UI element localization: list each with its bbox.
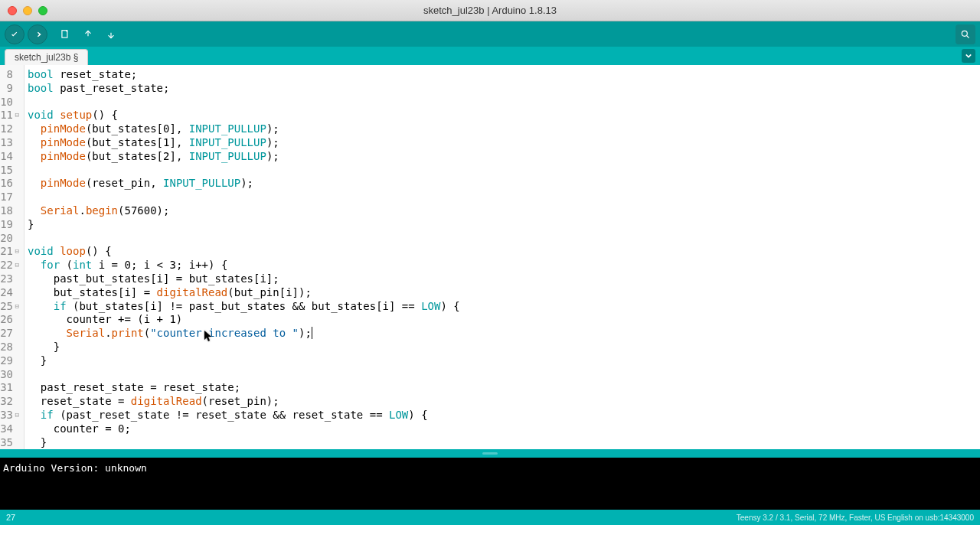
code-line[interactable]: past_reset_state = reset_state; [28,381,460,395]
line-number: 25⊟ [0,300,21,314]
line-number: 12 [0,122,21,136]
code-line[interactable]: } [28,354,460,368]
zoom-window-icon[interactable] [38,6,47,15]
status-board-info: Teensy 3.2 / 3.1, Serial, 72 MHz, Faster… [737,514,974,522]
save-sketch-button[interactable] [101,24,121,44]
code-line[interactable] [28,368,460,382]
line-number: 20 [0,232,21,246]
code-line[interactable] [28,164,460,178]
status-line-number: 27 [6,513,737,522]
line-number: 17 [0,191,21,204]
code-line[interactable]: past_but_states[i] = but_states[i]; [28,272,460,286]
verify-button[interactable] [5,24,24,44]
code-line[interactable]: void setup() { [28,109,460,122]
line-number: 23 [0,272,21,286]
tab-dropdown-button[interactable] [962,49,975,63]
code-content[interactable]: bool reset_state;bool past_reset_state;v… [24,65,460,449]
status-bar: 27 Teensy 3.2 / 3.1, Serial, 72 MHz, Fas… [0,510,980,525]
code-line[interactable]: Serial.begin(57600); [28,204,460,218]
new-sketch-button[interactable] [55,24,75,44]
line-number: 26 [0,313,21,327]
code-line[interactable]: pinMode(reset_pin, INPUT_PULLUP); [28,177,460,191]
line-number: 22⊟ [0,259,21,272]
code-line[interactable]: } [28,341,460,354]
line-number: 30 [0,368,21,382]
line-number: 16 [0,177,21,191]
code-line[interactable]: counter = 0; [28,422,460,436]
sketch-tab[interactable]: sketch_jul23b § [5,49,88,65]
line-number: 27 [0,327,21,341]
serial-monitor-button[interactable] [956,24,975,44]
window-title: sketch_jul23b | Arduino 1.8.13 [0,5,980,16]
console-text: Arduino Version: unknown [3,462,147,474]
code-line[interactable]: pinMode(but_states[2], INPUT_PULLUP); [28,150,460,164]
line-number: 10 [0,96,21,109]
toolbar [0,21,980,47]
line-number: 24 [0,286,21,300]
line-number: 19 [0,218,21,232]
code-line[interactable]: counter += (i + 1) [28,313,460,327]
code-line[interactable] [28,232,460,246]
line-number: 21⊟ [0,245,21,259]
line-number: 28 [0,341,21,354]
line-number: 31 [0,381,21,395]
code-line[interactable] [28,96,460,109]
line-number: 15 [0,164,21,178]
code-line[interactable]: pinMode(but_states[0], INPUT_PULLUP); [28,122,460,136]
code-line[interactable] [28,191,460,204]
line-number: 9 [0,82,21,96]
svg-point-1 [962,31,967,36]
pane-divider[interactable] [0,449,980,458]
code-line[interactable]: } [28,218,460,232]
line-number: 33⊟ [0,409,21,422]
code-line[interactable]: but_states[i] = digitalRead(but_pin[i]); [28,286,460,300]
code-line[interactable]: Serial.print("counter increased to "); [28,327,460,341]
line-number: 32 [0,395,21,409]
line-number: 34 [0,422,21,436]
code-line[interactable]: pinMode(but_states[1], INPUT_PULLUP); [28,136,460,150]
line-number: 11⊟ [0,109,21,122]
line-number: 29 [0,354,21,368]
minimize-window-icon[interactable] [23,6,32,15]
line-number: 13 [0,136,21,150]
code-line[interactable]: for (int i = 0; i < 3; i++) { [28,259,460,272]
code-line[interactable]: void loop() { [28,245,460,259]
line-gutter: 891011⊟12131415161718192021⊟22⊟232425⊟26… [0,65,24,449]
close-window-icon[interactable] [8,6,17,15]
line-number: 8 [0,68,21,82]
line-number: 35 [0,436,21,449]
code-editor[interactable]: 891011⊟12131415161718192021⊟22⊟232425⊟26… [0,65,980,449]
open-sketch-button[interactable] [78,24,98,44]
code-line[interactable]: if (but_states[i] != past_but_states && … [28,300,460,314]
code-line[interactable]: if (past_reset_state != reset_state && r… [28,409,460,422]
tab-strip: sketch_jul23b § [0,47,980,65]
line-number: 18 [0,204,21,218]
code-line[interactable]: bool reset_state; [28,68,460,82]
code-line[interactable]: bool past_reset_state; [28,82,460,96]
output-console: Arduino Version: unknown [0,458,980,510]
code-line[interactable]: } [28,436,460,449]
window-titlebar: sketch_jul23b | Arduino 1.8.13 [0,0,980,21]
upload-button[interactable] [28,24,47,44]
line-number: 14 [0,150,21,164]
code-line[interactable]: reset_state = digitalRead(reset_pin); [28,395,460,409]
